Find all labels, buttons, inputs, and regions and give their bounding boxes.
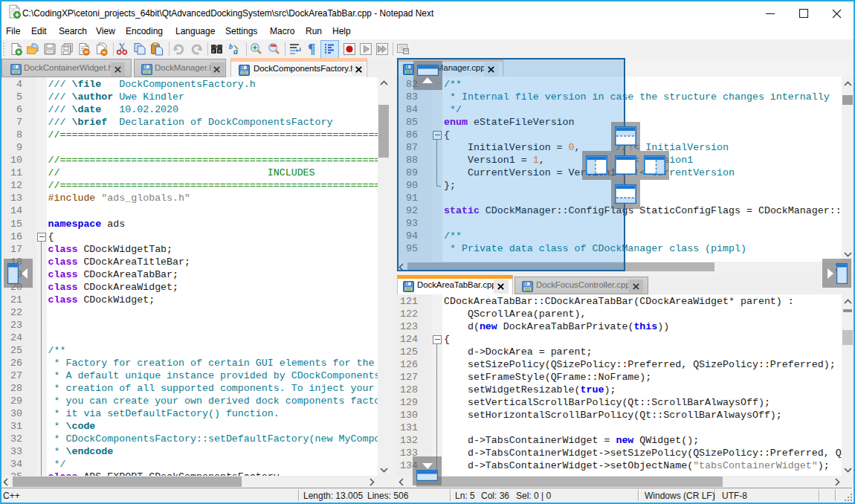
- svg-text:b: b: [229, 42, 233, 51]
- svg-text:¶: ¶: [308, 42, 315, 56]
